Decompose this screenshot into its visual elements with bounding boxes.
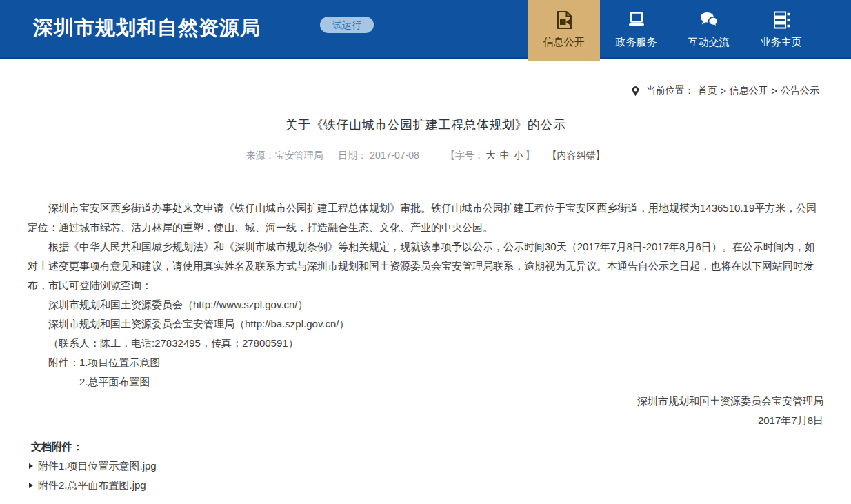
website-line: 深圳市规划和国土资源委员会宝安管理局（http://ba.szpl.gov.cn… [28, 314, 823, 334]
nav-tab-label: 业务主页 [761, 36, 802, 49]
signature: 深圳市规划和国土资源委员会宝安管理局 [28, 392, 823, 411]
triangle-bullet-icon [29, 463, 33, 469]
breadcrumb-info-disclosure[interactable]: 信息公开 [730, 85, 768, 97]
attachment-label: 附件1.项目位置示意图.jpg [38, 456, 157, 476]
signature-date: 2017年7月8日 [28, 411, 823, 430]
triangle-bullet-icon [29, 483, 33, 488]
breadcrumb: 当前位置： 首页 > 信息公开 > 公告公示 [0, 59, 851, 97]
nav-tab-label: 信息公开 [543, 36, 585, 49]
breadcrumb-separator: > [721, 85, 726, 97]
nav-tab-label: 互动交流 [688, 36, 730, 49]
website-line: 深圳市规划和国土资源委员会（http://www.szpl.gov.cn/） [28, 295, 823, 314]
article: 关于《铁仔山城市公园扩建工程总体规划》的公示 来源：宝安管理局 日期： 2017… [0, 117, 851, 430]
nav-tab-gov-services[interactable]: 政务服务 [600, 0, 672, 61]
paragraph: 深圳市宝安区西乡街道办事处来文申请《铁仔山城市公园扩建工程总体规划》审批。铁仔山… [28, 199, 823, 237]
page-title: 关于《铁仔山城市公园扩建工程总体规划》的公示 [28, 117, 823, 133]
article-source: 来源：宝安管理局 [246, 150, 323, 161]
article-body: 深圳市宝安区西乡街道办事处来文申请《铁仔山城市公园扩建工程总体规划》审批。铁仔山… [28, 199, 823, 430]
paragraph: 根据《中华人民共和国城乡规划法》和《深圳市城市规划条例》等相关规定，现就该事项予… [28, 237, 823, 295]
attachment-link-2[interactable]: 附件2.总平面布置图.jpg [28, 476, 823, 495]
trial-badge: 试运行 [320, 17, 374, 33]
laptop-icon [625, 9, 648, 31]
nav-tab-interaction[interactable]: 互动交流 [672, 0, 745, 61]
content-correction-button[interactable]: 【内容纠错】 [548, 150, 605, 161]
attachments-section: 文档附件： 附件1.项目位置示意图.jpg 附件2.总平面布置图.jpg [0, 437, 851, 495]
attachment-label: 附件2.总平面布置图.jpg [38, 476, 146, 495]
nav-tab-label: 政务服务 [616, 36, 657, 49]
breadcrumb-separator: > [772, 85, 777, 97]
fontsize-label-close: 】 [525, 150, 535, 161]
breadcrumb-label: 当前位置： [646, 85, 694, 97]
nav-tab-info-disclosure[interactable]: 信息公开 [528, 0, 600, 61]
location-pin-icon [631, 85, 640, 97]
contact-line: （联系人：陈工，电话:27832495，传真：27800591） [28, 334, 823, 353]
article-date: 日期： 2017-07-08 [338, 150, 419, 161]
fontsize-large-button[interactable]: 大 [486, 150, 496, 161]
annex-line: 2.总平面布置图 [28, 372, 823, 392]
main-nav: 信息公开 政务服务 互动交流 [528, 0, 817, 61]
breadcrumb-announcements: 公告公示 [781, 85, 819, 97]
nav-tab-business-home[interactable]: 业务主页 [745, 0, 817, 61]
annex-line: 附件：1.项目位置示意图 [28, 353, 823, 372]
server-stack-icon [770, 9, 792, 31]
news-document-icon [553, 9, 575, 31]
attachment-link-1[interactable]: 附件1.项目位置示意图.jpg [28, 456, 823, 476]
chat-bubbles-icon [698, 9, 720, 31]
divider [28, 183, 823, 183]
site-title[interactable]: 深圳市规划和自然资源局 [33, 14, 261, 42]
attachments-heading: 文档附件： [28, 437, 823, 456]
site-header: 深圳市规划和自然资源局 试运行 信息公开 政务服务 [0, 0, 851, 59]
fontsize-medium-button[interactable]: 中 [500, 150, 510, 161]
fontsize-label: 【字号： [445, 150, 484, 161]
breadcrumb-home[interactable]: 首页 [698, 85, 717, 97]
fontsize-small-button[interactable]: 小 [514, 150, 523, 161]
article-meta: 来源：宝安管理局 日期： 2017-07-08 【字号：大中小】 【内容纠错】 [28, 150, 823, 162]
